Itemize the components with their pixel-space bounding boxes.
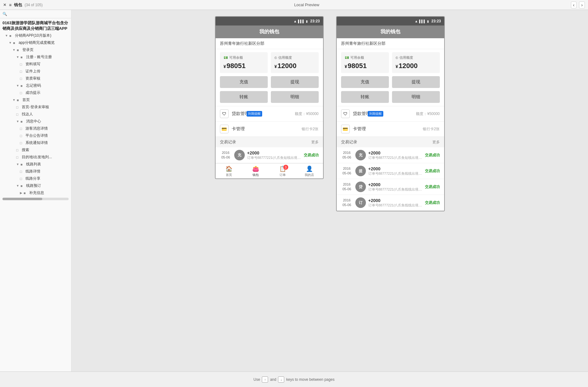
sidebar-item-home-unreviewed[interactable]: □ 首页-登录未审核 — [0, 104, 71, 111]
expand-arrow: ▼ — [12, 98, 16, 102]
tx-status-4-right: 交易成功 — [425, 200, 440, 205]
wallet-nav-icon-left: 👛 — [252, 165, 259, 172]
card-management-item-left[interactable]: 💳 卡管理 银行卡2张 — [216, 121, 323, 136]
sidebar-item-supplement-info[interactable]: ▶ ■ 补充信息 — [0, 189, 71, 196]
sidebar-item-route-booking[interactable]: ▼ ■ 线路预订 — [0, 182, 71, 189]
tx-more-left[interactable]: 更多 — [311, 140, 319, 145]
card-management-item-right[interactable]: 💳 卡管理 银行卡2张 — [337, 121, 444, 136]
sidebar-item-platform-notice[interactable]: □ 平台公告详情 — [0, 132, 71, 139]
credit-balance-card-left: ©信用额度 ¥12000 — [271, 52, 319, 73]
detail-button-left[interactable]: 明细 — [271, 91, 319, 103]
sidebar-item-login-page[interactable]: ▼ ■ 登录页 — [0, 46, 71, 53]
page-count: (34 of 105) — [25, 3, 43, 7]
tx-more-right[interactable]: 更多 — [432, 140, 440, 145]
sidebar-item-qualification[interactable]: □ 资质审核 — [0, 75, 71, 82]
tx-circle-3-right: 贷 — [355, 182, 366, 192]
sidebar-project-title: 0163旅游游学团队游商城平台包含分销商及供应商及分销商门店三端APP — [0, 18, 71, 32]
sidebar-item-forgot-password[interactable]: ▼ ■ 忘记密码 — [0, 82, 71, 89]
credit-balance-amount-right: ¥12000 — [396, 62, 436, 70]
transfer-button-left[interactable]: 转账 — [220, 91, 268, 103]
tx-header-right: 交易记录 更多 — [337, 136, 444, 147]
tx-circle-2-right: 提 — [355, 166, 366, 176]
credit-balance-title-left: ©信用额度 — [275, 55, 315, 60]
available-balance-amount-left: ¥98051 — [224, 62, 264, 70]
sidebar-item-tourist-msg[interactable]: □ 游客消息详情 — [0, 125, 71, 132]
sidebar-item-route-share[interactable]: □ 线路分享 — [0, 175, 71, 182]
nav-next-icon[interactable]: › — [579, 2, 585, 8]
hint-key-up: ↑ — [262, 376, 268, 383]
transfer-button-right[interactable]: 转账 — [341, 91, 389, 103]
sidebar-item-search[interactable]: □ 搜索 — [0, 146, 71, 154]
sidebar-item-id-upload[interactable]: □ 证件上传 — [0, 68, 71, 75]
sidebar-item-system-notice[interactable]: □ 系统通知详情 — [0, 139, 71, 146]
sidebar-item-route-detail[interactable]: □ 线路详情 — [0, 168, 71, 175]
loan-right-text-left: 额度：¥50000 — [295, 111, 318, 117]
action-buttons-row2-right: 转账 明细 — [337, 91, 444, 106]
close-icon[interactable]: ✕ — [3, 2, 7, 7]
sidebar-search-bar[interactable]: 🔍 — [0, 10, 71, 18]
sidebar-item-app-overview[interactable]: ▼ ■ app分销商完成度概览 — [0, 39, 71, 46]
loan-management-item-left[interactable]: 🛡 贷款管理 到期提醒 额度：¥50000 — [216, 106, 323, 121]
loan-management-item-right[interactable]: 🛡 贷款管理 到期提醒 额度：¥50000 — [337, 106, 444, 121]
folder-icon: ■ — [24, 191, 28, 195]
tx-info-2-right: +2000 订单号88777221/八爪鱼线线出境订单... — [368, 166, 422, 176]
credit-icon-right: © — [396, 56, 398, 60]
tx-amount-2-right: +2000 — [368, 166, 422, 171]
hamburger-icon[interactable]: ≡ — [9, 2, 11, 7]
sidebar-item-success-hint[interactable]: □ 成功提示 — [0, 89, 71, 96]
tx-date-1-right: 201605-06 — [341, 150, 353, 160]
status-time-right: 23:23 — [431, 19, 441, 23]
sidebar-item-profile-fill[interactable]: □ 资料填写 — [0, 61, 71, 68]
nav-wallet-label-left: 钱包 — [253, 173, 259, 177]
loan-icon-right: 🛡 — [341, 109, 350, 118]
recharge-button-right[interactable]: 充值 — [341, 76, 389, 88]
folder-icon: ■ — [21, 120, 25, 123]
nav-wallet-left[interactable]: 👛 钱包 — [242, 164, 269, 178]
nav-myshop-left[interactable]: 👤 我的店 — [296, 164, 323, 178]
tx-amount-1-left: +2000 — [247, 150, 301, 155]
page-icon: □ — [20, 62, 24, 66]
folder-icon: ■ — [17, 48, 21, 52]
tx-item-2-right: 201605-06 提 +2000 订单号88777221/八爪鱼线线出境订单.… — [337, 163, 444, 179]
page-icon: □ — [20, 70, 24, 73]
sidebar: 🔍 0163旅游游学团队游商城平台包含分销商及供应商及分销商门店三端APP ▼ … — [0, 10, 71, 371]
agency-name-right: 苏州青年旅行社新区分部 — [337, 38, 444, 49]
action-buttons-row1-right: 充值 提现 — [337, 76, 444, 91]
tx-status-2-right: 交易成功 — [425, 168, 440, 174]
recharge-button-left[interactable]: 充值 — [220, 76, 268, 88]
signal-icon-right: ▌▌▌ — [419, 20, 426, 23]
page-icon: □ — [16, 113, 21, 116]
tx-status-1-left: 交易成功 — [304, 153, 319, 158]
search-input[interactable] — [8, 12, 69, 16]
folder-icon: ■ — [9, 34, 14, 38]
tx-title-right: 交易记录 — [341, 139, 357, 145]
withdraw-button-left[interactable]: 提现 — [271, 76, 319, 88]
sidebar-item-route-list[interactable]: ▼ ■ 线路列表 — [0, 161, 71, 168]
available-balance-amount-right: ¥98051 — [345, 62, 385, 70]
sidebar-scrollbar[interactable] — [2, 198, 69, 200]
folder-icon: ■ — [21, 184, 25, 188]
nav-home-left[interactable]: 🏠 首页 — [216, 164, 243, 178]
sidebar-item-find-talent[interactable]: □ 找达人 — [0, 111, 71, 118]
expand-arrow: ▼ — [16, 163, 19, 166]
sidebar-item-destination[interactable]: □ 目的地\出发地列... — [0, 154, 71, 161]
nav-prev-icon[interactable]: ‹ — [571, 2, 577, 8]
tx-item-1-left: 201605-06 充 +2000 订单号88777221/八爪鱼短线出境订单.… — [216, 147, 323, 163]
tx-desc-4-right: 订单号88777221/八爪鱼线线出境订单... — [368, 203, 422, 208]
detail-button-right[interactable]: 明细 — [392, 91, 440, 103]
sidebar-item-register[interactable]: ▼ ■ 注册 - 账号注册 — [0, 53, 71, 61]
sidebar-item-message-center[interactable]: ▼ ■ 消息中心 — [0, 118, 71, 125]
nav-orders-left[interactable]: 📋 3 订单 — [269, 164, 296, 178]
battery-icon: ▮ — [306, 20, 308, 23]
phone-right-status-bar: ▲ ▌▌▌ ▮ 23:23 — [337, 17, 444, 25]
expand-arrow: ▼ — [5, 34, 8, 37]
tx-amount-3-right: +2000 — [368, 182, 422, 187]
wallet-icon-right: 💵 — [345, 56, 349, 60]
sidebar-item-home[interactable]: ▼ ■ 首页 — [0, 96, 71, 104]
main-layout: 🔍 0163旅游游学团队游商城平台包含分销商及供应商及分销商门店三端APP ▼ … — [0, 10, 588, 371]
folder-icon: ■ — [21, 84, 25, 88]
sidebar-item-distributor-app[interactable]: ▼ ■ 分销商APP(10月版本) — [0, 32, 71, 39]
tx-amount-4-right: +2000 — [368, 198, 422, 203]
withdraw-button-right[interactable]: 提现 — [392, 76, 440, 88]
available-balance-card-right: 💵可用余额 ¥98051 — [341, 52, 389, 73]
